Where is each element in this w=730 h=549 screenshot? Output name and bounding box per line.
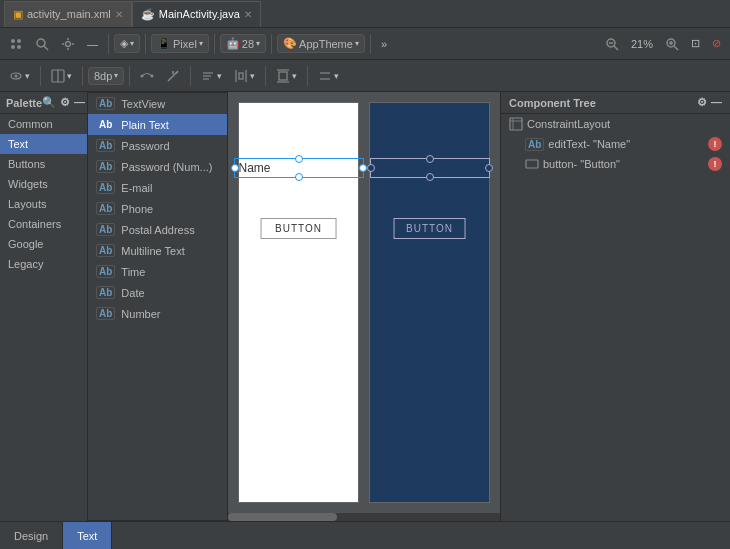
palette-category-legacy[interactable]: Legacy <box>0 254 87 274</box>
align-dropdown-arrow: ▾ <box>217 71 222 81</box>
error-button[interactable]: ⊘ <box>707 35 726 52</box>
bottom-bar: Design Text <box>0 521 730 549</box>
pixel-dropdown[interactable]: 📱 Pixel ▾ <box>151 34 209 53</box>
dp-value-dropdown[interactable]: 8dp ▾ <box>88 67 124 85</box>
canvas-area: Name BUTTON <box>228 92 500 521</box>
more-options-button[interactable]: ▾ <box>313 67 344 85</box>
palette-toggle-button[interactable] <box>4 35 28 53</box>
settings-button[interactable] <box>56 35 80 53</box>
tab-close-xml[interactable]: ✕ <box>115 9 123 20</box>
distribute-button[interactable]: ▾ <box>229 67 260 85</box>
palette-settings-button[interactable]: ⚙ <box>60 96 70 109</box>
palette-item-password-num[interactable]: Ab Password (Num...) <box>88 156 227 177</box>
palette-category-containers[interactable]: Containers <box>0 214 87 234</box>
device-content-dark: BUTTON <box>370 103 489 502</box>
separator-t2-3 <box>129 66 130 86</box>
button-widget-light[interactable]: BUTTON <box>260 218 337 239</box>
time-ab-icon: Ab <box>96 265 115 278</box>
theme-dropdown[interactable]: 🎨 AppTheme ▾ <box>277 34 365 53</box>
device-frame-light[interactable]: Name BUTTON <box>238 102 359 503</box>
palette-category-common[interactable]: Common <box>0 114 87 134</box>
palette-search-button[interactable]: 🔍 <box>42 96 56 109</box>
eye-toggle-button[interactable]: ▾ <box>4 67 35 85</box>
password-num-ab-icon: Ab <box>96 160 115 173</box>
canvas-scrollbar-horizontal[interactable] <box>228 513 500 521</box>
zoom-out-button[interactable] <box>600 35 624 53</box>
layout-display-button[interactable]: ▾ <box>46 67 77 85</box>
scrollbar-thumb[interactable] <box>228 513 337 521</box>
svg-point-23 <box>151 74 154 77</box>
search-icon <box>35 37 49 51</box>
device-frame-dark[interactable]: BUTTON <box>369 102 490 503</box>
ct-item-edittext[interactable]: Ab editText- "Name" ! <box>501 134 730 154</box>
phone-ab-icon: Ab <box>96 202 115 215</box>
phone-icon: 📱 <box>157 37 171 50</box>
bottom-tab-design[interactable]: Design <box>0 522 63 550</box>
more-dropdown-arrow: ▾ <box>334 71 339 81</box>
api-arrow: ▾ <box>256 39 260 48</box>
handle-left-dark <box>367 164 375 172</box>
separator-t2-5 <box>265 66 266 86</box>
ct-settings-button[interactable]: ⚙ <box>697 96 707 109</box>
palette-item-password[interactable]: Ab Password <box>88 135 227 156</box>
palette-item-number[interactable]: Ab Number <box>88 303 227 324</box>
java-file-icon: ☕ <box>141 8 155 21</box>
palette-item-phone[interactable]: Ab Phone <box>88 198 227 219</box>
svg-point-2 <box>11 45 15 49</box>
minimize-button[interactable]: — <box>82 36 103 52</box>
palette-category-google[interactable]: Google <box>0 234 87 254</box>
palette-item-textview[interactable]: Ab TextView <box>88 93 227 114</box>
dp-value-label: 8dp <box>94 70 112 82</box>
constraint-layout-icon <box>509 117 523 131</box>
palette-item-email[interactable]: Ab E-mail <box>88 177 227 198</box>
bottom-tab-text[interactable]: Text <box>63 522 112 550</box>
device-content-light: Name BUTTON <box>239 103 358 502</box>
palette-item-postal[interactable]: Ab Postal Address <box>88 219 227 240</box>
palette-category-text[interactable]: Text <box>0 134 87 154</box>
align-button[interactable]: ▾ <box>196 67 227 85</box>
date-ab-icon: Ab <box>96 286 115 299</box>
design-mode-dropdown[interactable]: ◈ ▾ <box>114 34 140 53</box>
overflow-button[interactable]: » <box>376 36 392 52</box>
ct-item-button[interactable]: button- "Button" ! <box>501 154 730 174</box>
toolbar-top: — ◈ ▾ 📱 Pixel ▾ 🤖 28 ▾ 🎨 AppTheme ▾ » 21… <box>0 28 730 60</box>
ct-minimize-button[interactable]: — <box>711 96 722 109</box>
connect-button[interactable] <box>135 67 159 85</box>
ct-item-constraintlayout[interactable]: ConstraintLayout <box>501 114 730 134</box>
svg-rect-38 <box>510 118 522 130</box>
button-widget-dark[interactable]: BUTTON <box>393 218 466 239</box>
handle-right-dark <box>485 164 493 172</box>
tab-close-java[interactable]: ✕ <box>244 9 252 20</box>
handle-top-dark <box>426 155 434 163</box>
svg-point-22 <box>141 74 144 77</box>
api-dropdown[interactable]: 🤖 28 ▾ <box>220 34 266 53</box>
toolbar-secondary: ▾ ▾ 8dp ▾ ▾ <box>0 60 730 92</box>
constraint-layout-label: ConstraintLayout <box>527 118 610 130</box>
palette-item-time[interactable]: Ab Time <box>88 261 227 282</box>
number-ab-icon: Ab <box>96 307 115 320</box>
margin-button[interactable]: ▾ <box>271 67 302 85</box>
tab-mainactivity-java[interactable]: ☕ MainActivity.java ✕ <box>132 1 261 27</box>
palette-item-plaintext[interactable]: Ab Plain Text <box>88 114 227 135</box>
svg-line-13 <box>614 46 618 50</box>
search-button[interactable] <box>30 35 54 53</box>
xml-file-icon: ▣ <box>13 8 23 21</box>
component-tree-title: Component Tree <box>509 97 596 109</box>
palette-category-widgets[interactable]: Widgets <box>0 174 87 194</box>
magic-button[interactable] <box>161 67 185 85</box>
palette-minimize-button[interactable]: — <box>74 96 85 109</box>
canvas-scroll: Name BUTTON <box>228 92 500 521</box>
textview-label: TextView <box>121 98 165 110</box>
tab-activity-xml[interactable]: ▣ activity_main.xml ✕ <box>4 1 132 27</box>
palette-item-date[interactable]: Ab Date <box>88 282 227 303</box>
palette-category-buttons[interactable]: Buttons <box>0 154 87 174</box>
edittext-widget-dark[interactable] <box>370 158 490 178</box>
gear-icon <box>61 37 75 51</box>
edittext-placeholder-light: Name <box>239 161 271 175</box>
zoom-in-button[interactable] <box>660 35 684 53</box>
fit-button[interactable]: ⊡ <box>686 35 705 52</box>
palette-item-multiline[interactable]: Ab Multiline Text <box>88 240 227 261</box>
edittext-widget-light[interactable]: Name <box>234 158 364 178</box>
palette-category-layouts[interactable]: Layouts <box>0 194 87 214</box>
zoom-percentage: 21% <box>631 38 653 50</box>
